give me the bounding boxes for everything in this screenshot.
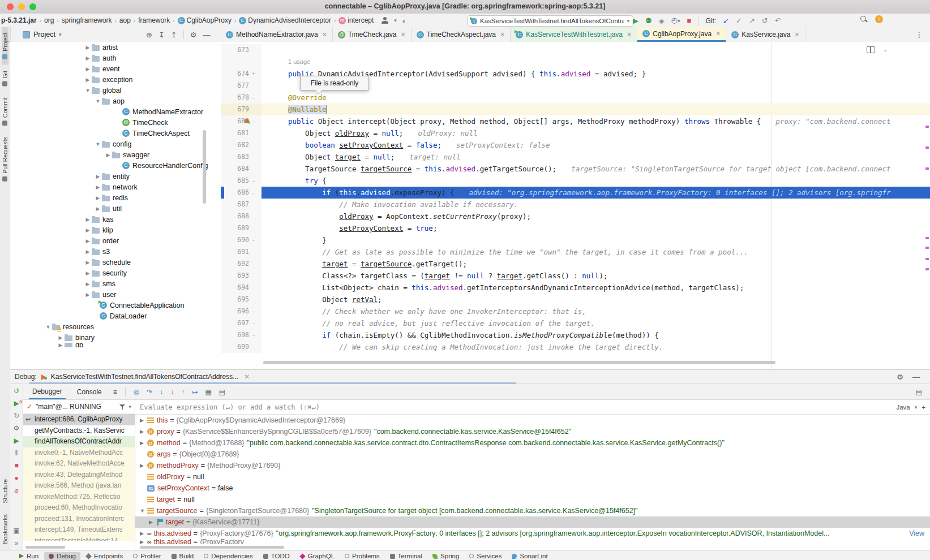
- variable-row[interactable]: ▶this={CglibAopProxy$DynamicAdvisedInter…: [135, 415, 930, 426]
- git-rollback-icon[interactable]: ↶: [775, 16, 781, 26]
- code-line[interactable]: 679-@Nullable: [221, 104, 930, 115]
- frame-row[interactable]: interceptTestableMethod:14: [23, 536, 135, 541]
- code-line[interactable]: 699 // We can skip creating a MethodInvo…: [221, 341, 930, 353]
- variable-row[interactable]: oldProxy=null: [135, 471, 930, 483]
- tab-timecheck-java[interactable]: @TimeCheck.java✕: [333, 27, 412, 42]
- breadcrumb-item[interactable]: org: [44, 16, 54, 24]
- frame-row[interactable]: invoke:566, Method (java.lan: [23, 480, 135, 492]
- breadcrumb-item[interactable]: CCglibAopProxy: [178, 16, 232, 24]
- editor-hscrollbar[interactable]: [263, 361, 775, 364]
- tree-chevron-icon[interactable]: ▶: [84, 292, 92, 298]
- breadcrumb-item[interactable]: mintercept: [338, 16, 374, 24]
- statusbar-item-services[interactable]: Services: [465, 552, 506, 560]
- tree-chevron-icon[interactable]: ▶: [94, 174, 102, 179]
- code-line[interactable]: 696- // Check whether we only have one I…: [221, 305, 930, 317]
- var-chevron-icon[interactable]: ▶: [140, 460, 147, 471]
- code-line[interactable]: 688 oldProxy = AopContext.setCurrentProx…: [221, 210, 930, 222]
- variable-row[interactable]: ▼targetSource={SingletonTargetSource@176…: [135, 505, 930, 516]
- tab-kasservice-java[interactable]: CKasService.java✕: [726, 27, 805, 42]
- tree-chevron-icon[interactable]: ▶: [84, 238, 92, 244]
- hide-panel-icon[interactable]: —: [912, 373, 920, 381]
- tree-item-exception[interactable]: ▶exception: [10, 74, 221, 85]
- tree-item-config[interactable]: ▼config: [10, 139, 221, 149]
- code-line[interactable]: 698- if (chain.isEmpty() && CglibMethodI…: [221, 329, 930, 341]
- git-history-icon[interactable]: ↺: [762, 16, 768, 26]
- code-line[interactable]: 695 Object retVal;: [221, 294, 930, 305]
- user-icon[interactable]: [382, 17, 388, 24]
- close-icon[interactable]: ✕: [715, 30, 721, 37]
- step-out-icon[interactable]: ↑: [181, 388, 185, 396]
- sidebar-item-commit[interactable]: Commit: [2, 92, 8, 131]
- tree-chevron-icon[interactable]: ▶: [84, 217, 92, 222]
- close-icon[interactable]: ✕: [401, 31, 406, 38]
- code-line[interactable]: 694 List<Object> chain = this.advised.ge…: [221, 282, 930, 294]
- tree-item-event[interactable]: ▶event: [10, 63, 221, 74]
- tree-item-connectableapplication[interactable]: CConnectableApplication: [10, 300, 221, 311]
- coverage-button[interactable]: ◈: [659, 16, 665, 26]
- tree-item-dataloader[interactable]: CDataLoader: [10, 311, 221, 321]
- variable-row[interactable]: ▶pmethodProxy={MethodProxy@17690}: [135, 460, 930, 471]
- frame-row[interactable]: proceed:60, MethodInvocatio: [23, 502, 135, 514]
- expand-all-icon[interactable]: ↧: [158, 31, 165, 39]
- vars-hscrollbar[interactable]: [140, 546, 284, 549]
- code-line[interactable]: 680-public Object intercept(Object proxy…: [221, 115, 930, 127]
- frame-row[interactable]: findAllTokensOfContractAddr: [23, 436, 135, 447]
- statusbar-item-endpoints[interactable]: Endpoints: [82, 552, 127, 560]
- frame-row[interactable]: invoke:62, NativeMethodAcce: [23, 458, 135, 469]
- var-chevron-icon[interactable]: ▼: [140, 505, 147, 516]
- tree-chevron-icon[interactable]: ▼: [94, 141, 102, 147]
- frame-row[interactable]: invoke0:-1, NativeMethodAcc: [23, 447, 135, 459]
- error-stripe-mark[interactable]: [925, 268, 929, 270]
- tree-scrollbar[interactable]: [203, 130, 206, 204]
- tree-chevron-icon[interactable]: ▶: [84, 45, 92, 50]
- tree-chevron-icon[interactable]: ▶: [84, 281, 92, 287]
- stop-icon[interactable]: ■: [14, 462, 18, 469]
- tree-chevron-icon[interactable]: ▼: [44, 324, 52, 330]
- tree-item-entity[interactable]: ▶entity: [10, 171, 221, 182]
- code-line[interactable]: 687 // Make invocation available if nece…: [221, 199, 930, 210]
- close-icon[interactable]: ✕: [322, 31, 327, 38]
- statusbar-item-dependencies[interactable]: Dependencies: [199, 552, 258, 560]
- error-stripe-mark[interactable]: [925, 247, 929, 249]
- tab-debugger[interactable]: Debugger: [29, 385, 66, 399]
- thread-selector[interactable]: ✓ "main"@... RUNNING ▾: [23, 400, 135, 414]
- rerun-icon[interactable]: ↺: [14, 387, 19, 395]
- tree-item-security[interactable]: ▶security: [10, 268, 221, 278]
- statusbar-item-todo[interactable]: TODO: [259, 552, 294, 560]
- tree-chevron-icon[interactable]: ▶: [57, 335, 65, 341]
- run-button[interactable]: ▶: [633, 16, 638, 26]
- breadcrumb-item[interactable]: springframework: [62, 16, 112, 24]
- statusbar-item-profiler[interactable]: Profiler: [128, 552, 165, 560]
- error-stripe-mark[interactable]: [925, 167, 929, 170]
- gear-icon[interactable]: ⚙: [897, 373, 903, 381]
- var-chevron-icon[interactable]: ▶: [140, 415, 147, 426]
- evaluate-expression-icon[interactable]: ▦: [205, 388, 211, 396]
- code-line[interactable]: 692 target = targetSource.getTarget();: [221, 258, 930, 270]
- variable-row[interactable]: pargs={Object[0]@17689}: [135, 449, 930, 460]
- step-into-icon[interactable]: ↓: [160, 388, 163, 396]
- sidebar-item-project[interactable]: Project: [2, 27, 8, 65]
- tab-methodnameextractor-java[interactable]: CMethodNameExtractor.java✕: [221, 27, 333, 42]
- git-update-icon[interactable]: ↙: [723, 16, 729, 26]
- show-execution-point-icon[interactable]: ◎: [134, 388, 139, 396]
- view-link[interactable]: View: [906, 528, 924, 539]
- variable-row[interactable]: 01setProxyContext=false: [135, 483, 930, 494]
- chevron-down-icon[interactable]: ⌄: [883, 47, 888, 53]
- close-icon[interactable]: ✕: [627, 31, 632, 38]
- variable-row[interactable]: ▶∞this.advised={ProxyFactory@17676}"org.…: [135, 528, 930, 539]
- tree-item-redis[interactable]: ▶redis: [10, 192, 221, 203]
- breadcrumb-item[interactable]: CDynamicAdvisedInterceptor: [239, 16, 331, 24]
- sidebar-item-pull-requests[interactable]: Pull Requests: [2, 131, 8, 187]
- code-line[interactable]: 678-@Override: [221, 92, 930, 104]
- git-push-icon[interactable]: ↗: [749, 16, 755, 26]
- resume-program-icon[interactable]: ▶9: [14, 400, 19, 407]
- error-stripe-mark[interactable]: [925, 147, 929, 149]
- stop-button[interactable]: ■: [687, 16, 692, 26]
- filter-icon[interactable]: [119, 404, 125, 410]
- tree-chevron-icon[interactable]: ▶: [84, 55, 92, 61]
- tree-chevron-icon[interactable]: ▼: [84, 88, 92, 93]
- close-icon[interactable]: ✕: [794, 31, 799, 38]
- tree-chevron-icon[interactable]: ▶: [94, 184, 102, 190]
- statusbar-item-terminal[interactable]: Terminal: [385, 552, 427, 560]
- tree-chevron-icon[interactable]: ▶: [94, 195, 102, 201]
